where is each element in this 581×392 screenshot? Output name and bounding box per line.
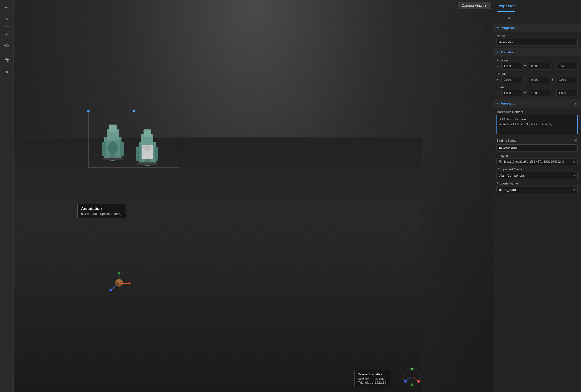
svg-point-57 — [411, 384, 413, 386]
property-name-label: Property Name — [496, 182, 578, 185]
viewport-3d[interactable]: Annotation alarm status: ${mixer0alarm} … — [14, 0, 493, 392]
entity-id-clear-button[interactable]: ✕ — [572, 160, 575, 164]
transform-section-header[interactable]: ▼ Transform — [493, 48, 581, 56]
svg-rect-31 — [138, 163, 157, 165]
inspector-add-button[interactable]: + — [496, 14, 503, 21]
axis-widget: Y X Z — [402, 367, 422, 387]
binding-clear-button[interactable]: ✕ — [574, 138, 578, 143]
inspector-panel: Inspector + ◀ ▼ Properties Name ▼ Transf… — [493, 0, 581, 392]
redo-button[interactable]: ↪ — [2, 14, 12, 23]
annotation-arrow-icon: ▼ — [496, 102, 499, 105]
rotation-z-input[interactable] — [556, 77, 578, 83]
toolbar-divider-2 — [3, 53, 10, 53]
svg-rect-27 — [136, 147, 140, 161]
position-z-input[interactable] — [556, 63, 578, 69]
viewport-topbar: Camera View ▼ — [456, 0, 493, 11]
scene-stats-title: Scene Statistics — [358, 373, 386, 376]
svg-text:X: X — [418, 380, 420, 383]
svg-rect-28 — [154, 147, 158, 161]
transform-section: ▼ Transform Position X Y Z Rotation — [493, 48, 581, 99]
entity-id-input[interactable] — [504, 160, 571, 164]
toolbar-divider-1 — [3, 26, 10, 27]
vertices-value: 107,892 — [373, 377, 384, 381]
transform-section-body: Position X Y Z Rotation X Y Z — [493, 56, 581, 99]
rotation-field-group: Rotation X Y Z — [496, 72, 578, 83]
undo-button[interactable]: ↩ — [2, 3, 12, 12]
svg-marker-43 — [118, 271, 120, 274]
position-y-label: Y — [524, 65, 527, 68]
scale-x-label: X — [496, 92, 500, 95]
property-name-group: Property Name alarm_status alarm_level a… — [496, 182, 578, 193]
svg-rect-18 — [109, 125, 116, 132]
scale-y-input[interactable] — [529, 90, 550, 96]
position-y-input[interactable] — [529, 63, 550, 69]
property-name-select[interactable]: alarm_status alarm_level alarm_type — [496, 186, 578, 193]
svg-rect-34 — [88, 111, 179, 167]
position-x-input[interactable] — [502, 63, 522, 69]
annotation-tooltip-body: alarm status: ${mixer0alarm} — [81, 212, 123, 215]
annotation-section-title: Annotation — [501, 102, 518, 105]
position-x-label: X — [496, 65, 500, 68]
transform-button[interactable] — [2, 67, 12, 77]
annotation-section: ▼ Annotation ⋮ Markdown Content ### Anno… — [493, 99, 581, 196]
entity-id-group: Entity Id 🔍 ✕ — [496, 154, 578, 165]
scale-z-label: Z — [552, 92, 555, 95]
svg-rect-23 — [103, 158, 123, 160]
svg-rect-20 — [120, 142, 124, 156]
svg-text:Z: Z — [405, 380, 406, 383]
rotation-xyz-row: X Y Z — [496, 77, 578, 83]
move-button[interactable] — [2, 41, 12, 50]
vertices-row: Vertices : 107,892 — [358, 377, 386, 381]
name-field-group: Name — [496, 34, 578, 46]
camera-view-button[interactable]: Camera View ▼ — [458, 2, 491, 9]
name-field-input[interactable] — [496, 39, 578, 46]
annotation-section-header[interactable]: ▼ Annotation ⋮ — [493, 99, 581, 108]
svg-rect-5 — [5, 59, 9, 63]
rotation-y-input[interactable] — [529, 77, 550, 83]
component-name-select[interactable]: AlarmComponent StatusComponent MetricCom… — [496, 172, 578, 179]
inspector-title: Inspector — [498, 4, 515, 12]
inspector-collapse-button[interactable]: ◀ — [505, 14, 512, 21]
scale-z-input[interactable] — [556, 90, 578, 96]
svg-rect-15 — [14, 137, 422, 392]
markdown-textarea[interactable]: ### Annotation alarm status: ${mixer0ala… — [496, 115, 578, 134]
svg-rect-26 — [144, 129, 151, 137]
transform-arrow-icon: ▼ — [496, 51, 499, 54]
svg-rect-19 — [102, 142, 106, 156]
position-xyz-row: X Y Z — [496, 63, 578, 69]
svg-point-33 — [143, 145, 152, 151]
search-icon: 🔍 — [499, 160, 502, 164]
scale-x-input[interactable] — [502, 90, 522, 96]
properties-section-title: Properties — [501, 26, 516, 30]
inspector-actions: + ◀ — [493, 12, 581, 24]
add-object-button[interactable]: + — [2, 30, 12, 39]
markdown-field-group: Markdown Content ### Annotation alarm st… — [496, 110, 578, 135]
viewport-container: Camera View ▼ — [14, 0, 493, 392]
svg-point-0 — [6, 44, 8, 46]
position-z-label: Z — [552, 65, 555, 68]
component-name-dropdown-wrapper: AlarmComponent StatusComponent MetricCom… — [496, 172, 578, 179]
rotation-x-label: X — [496, 78, 500, 81]
annotation-tooltip-title: Annotation — [81, 206, 123, 211]
delete-button[interactable] — [2, 56, 12, 66]
position-label: Position — [496, 58, 578, 62]
name-field-label: Name — [496, 34, 578, 38]
properties-section-header[interactable]: ▼ Properties — [493, 24, 581, 31]
scale-y-label: Y — [524, 92, 527, 95]
svg-point-35 — [87, 110, 90, 112]
position-field-group: Position X Y Z — [496, 58, 578, 69]
annotation-menu-icon[interactable]: ⋮ — [574, 101, 578, 106]
triangles-row: Triangles : 162,180 — [358, 381, 386, 385]
triangles-label: Triangles : — [358, 381, 373, 385]
component-name-label: Component Name — [496, 167, 578, 171]
camera-view-arrow-icon: ▼ — [484, 4, 487, 7]
binding-name-input[interactable] — [496, 144, 578, 152]
properties-section-body: Name — [493, 31, 581, 48]
grid-floor — [14, 137, 422, 392]
left-toolbar: ↩ ↪ + — [0, 0, 14, 392]
camera-view-label: Camera View — [462, 4, 482, 7]
rotation-x-input[interactable] — [502, 77, 522, 83]
triangles-value: 162,180 — [375, 381, 386, 385]
annotation-section-body: Markdown Content ### Annotation alarm st… — [493, 108, 581, 196]
annotation-tooltip: Annotation alarm status: ${mixer0alarm} — [78, 204, 126, 218]
